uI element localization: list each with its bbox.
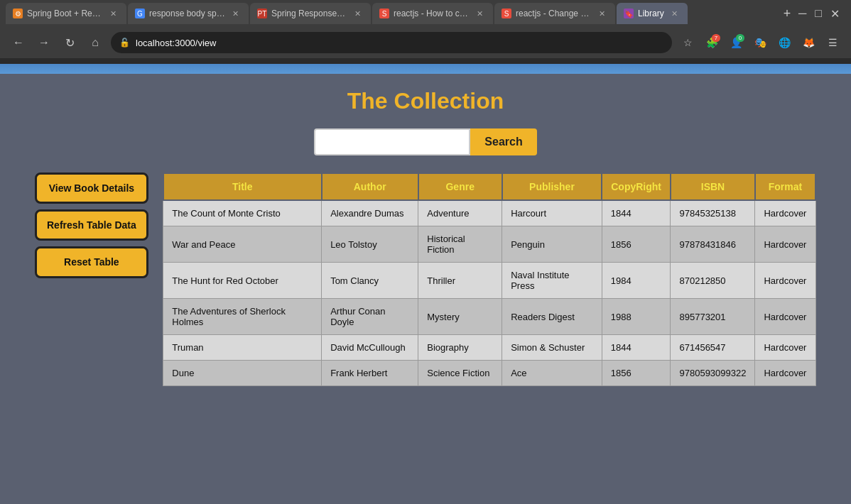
table-row[interactable]: The Hunt for Red OctoberTom ClancyThrill… — [163, 263, 815, 299]
tab-close-icon[interactable]: ✕ — [229, 8, 242, 20]
minimize-icon[interactable]: ─ — [798, 7, 806, 21]
table-cell: Hardcover — [755, 335, 815, 361]
table-cell: The Adventures of Sherlock Holmes — [163, 299, 322, 335]
page-content: The Collection Search View Book Details … — [0, 74, 851, 504]
column-header-publisher: Publisher — [502, 173, 602, 200]
table-cell: Hardcover — [755, 299, 815, 335]
profile-badge: 0 — [736, 34, 744, 42]
extensions-badge: 7 — [712, 34, 720, 42]
table-cell: Truman — [163, 335, 322, 361]
tab-close-icon[interactable]: ✕ — [352, 8, 364, 20]
tab-close-icon[interactable]: ✕ — [107, 8, 119, 20]
menu-icon[interactable]: ☰ — [823, 33, 842, 53]
nav-bar: ← → ↻ ⌂ 🔓 localhost:3000/view ☆ 🧩 7 👤 0 … — [0, 27, 851, 58]
column-header-format: Format — [755, 173, 815, 200]
reload-button[interactable]: ↻ — [60, 33, 80, 53]
main-area: View Book Details Refresh Table Data Res… — [35, 172, 816, 386]
table-cell: Alexandre Dumas — [322, 200, 418, 226]
table-cell: David McCullough — [322, 335, 418, 361]
reset-table-button[interactable]: Reset Table — [35, 246, 148, 278]
table-cell: Dune — [163, 361, 322, 386]
table-cell: 1844 — [602, 335, 671, 361]
tab-close-icon[interactable]: ✕ — [596, 8, 608, 20]
view-book-details-button[interactable]: View Book Details — [35, 172, 148, 204]
table-cell: Simon & Schuster — [502, 335, 602, 361]
tab-bar: ⚙ Spring Boot + React ✕ G response body … — [0, 0, 851, 27]
table-cell: Hardcover — [755, 200, 815, 226]
table-cell: Frank Herbert — [322, 361, 418, 386]
table-cell: 1844 — [602, 200, 671, 226]
forward-button[interactable]: → — [34, 33, 54, 53]
table-cell: The Count of Monte Cristo — [163, 200, 322, 226]
home-button[interactable]: ⌂ — [85, 33, 105, 53]
browser-tab-tab4[interactable]: S reactjs - How to cha... ✕ — [372, 3, 493, 24]
table-cell: Penguin — [502, 226, 602, 263]
column-header-isbn: ISBN — [671, 173, 755, 200]
table-cell: 895773201 — [671, 299, 755, 335]
table-cell: Thriller — [418, 263, 502, 299]
table-cell: Hardcover — [755, 263, 815, 299]
addon2-icon[interactable]: 🌐 — [774, 33, 794, 53]
browser-tab-tab6[interactable]: 🔖 Library ✕ — [617, 3, 688, 24]
table-cell: Hardcover — [755, 226, 815, 263]
lock-icon: 🔓 — [119, 38, 130, 48]
table-cell: 97878431846 — [671, 226, 755, 263]
refresh-table-button[interactable]: Refresh Table Data — [35, 209, 148, 241]
search-input[interactable] — [314, 128, 470, 155]
browser-tab-tab2[interactable]: G response body sprin... ✕ — [128, 3, 249, 24]
table-container: TitleAuthorGenrePublisherCopyRightISBNFo… — [163, 172, 816, 386]
star-icon[interactable]: ☆ — [678, 33, 698, 53]
table-cell: Tom Clancy — [322, 263, 418, 299]
tab-favicon: S — [502, 9, 511, 18]
table-cell: 1856 — [602, 226, 671, 263]
table-cell: Leo Tolstoy — [322, 226, 418, 263]
table-cell: Harcourt — [502, 200, 602, 226]
search-button[interactable]: Search — [470, 128, 536, 155]
table-cell: 97845325138 — [671, 200, 755, 226]
search-area: Search — [314, 128, 536, 155]
tab-close-icon[interactable]: ✕ — [668, 8, 681, 20]
table-cell: Hardcover — [755, 361, 815, 386]
firefox-icon[interactable]: 🦊 — [798, 33, 818, 53]
addon1-icon[interactable]: 🎭 — [750, 33, 770, 53]
table-cell: Ace — [502, 361, 602, 386]
sidebar-buttons: View Book Details Refresh Table Data Res… — [35, 172, 148, 278]
address-bar[interactable]: 🔓 localhost:3000/view — [111, 32, 672, 53]
column-header-author: Author — [322, 173, 418, 200]
tab-favicon: S — [379, 9, 389, 18]
table-row[interactable]: The Count of Monte CristoAlexandre Dumas… — [163, 200, 815, 226]
table-row[interactable]: DuneFrank HerbertScience FictionAce18569… — [163, 361, 815, 386]
back-button[interactable]: ← — [9, 33, 28, 53]
browser-tab-tab5[interactable]: S reactjs - Change ne... ✕ — [494, 3, 615, 24]
table-row[interactable]: The Adventures of Sherlock HolmesArthur … — [163, 299, 815, 335]
blue-stripe — [0, 64, 851, 74]
tab-close-icon[interactable]: ✕ — [474, 8, 486, 20]
browser-tab-tab1[interactable]: ⚙ Spring Boot + React ✕ — [6, 3, 126, 24]
table-cell: 870212850 — [671, 263, 755, 299]
tab-label: Spring Boot + React — [27, 9, 103, 18]
tab-label: Library — [638, 9, 664, 18]
close-icon[interactable]: ✕ — [830, 7, 840, 21]
tab-label: Spring ResponseEnt... — [271, 9, 347, 18]
table-cell: Arthur Conan Doyle — [322, 299, 418, 335]
table-cell: War and Peace — [163, 226, 322, 263]
table-row[interactable]: TrumanDavid McCulloughBiographySimon & S… — [163, 335, 815, 361]
table-cell: 1856 — [602, 361, 671, 386]
tab-favicon: G — [135, 9, 145, 18]
table-cell: Mystery — [418, 299, 502, 335]
tab-label: reactjs - Change ne... — [516, 9, 592, 18]
window-controls: ─ □ ✕ — [798, 7, 845, 21]
profile-icon[interactable]: 👤 0 — [726, 33, 746, 53]
maximize-icon[interactable]: □ — [815, 7, 822, 21]
table-cell: 1988 — [602, 299, 671, 335]
tab-favicon: PT — [257, 9, 267, 18]
table-cell: 9780593099322 — [671, 361, 755, 386]
tab-label: reactjs - How to cha... — [394, 9, 470, 18]
table-row[interactable]: War and PeaceLeo TolstoyHistorical Ficti… — [163, 226, 815, 263]
table-cell: Naval Institute Press — [502, 263, 602, 299]
books-table: TitleAuthorGenrePublisherCopyRightISBNFo… — [163, 172, 816, 386]
table-cell: Historical Fiction — [418, 226, 502, 263]
new-tab-button[interactable]: + — [777, 4, 797, 23]
extensions-icon[interactable]: 🧩 7 — [702, 33, 722, 53]
browser-tab-tab3[interactable]: PT Spring ResponseEnt... ✕ — [250, 3, 371, 24]
